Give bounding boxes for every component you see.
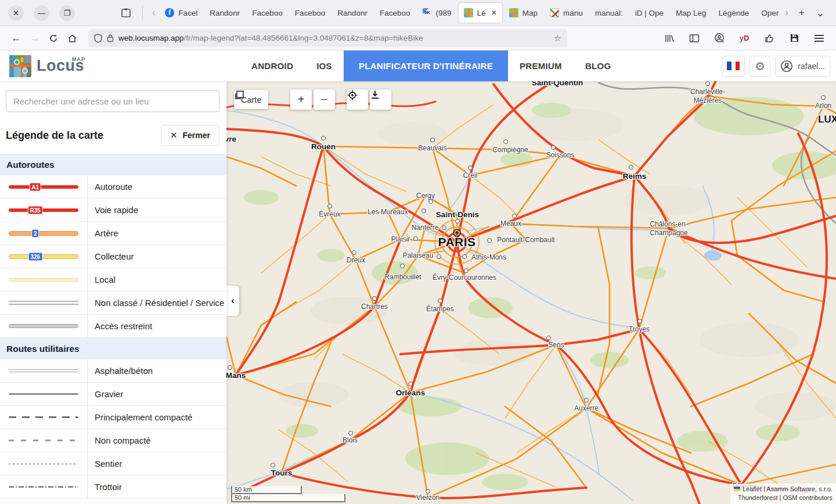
map-attribution: Leaflet | Asamm Software, s.r.o. Thunder… xyxy=(730,484,836,504)
tab-dropdown-icon[interactable]: ⌄ xyxy=(810,7,830,19)
legend-row-label: Artère xyxy=(87,222,226,244)
legend-row: 326Collecteur xyxy=(0,245,226,268)
legend-road-sample xyxy=(0,291,87,314)
browser-tab-4[interactable]: Randonr xyxy=(332,3,373,23)
legend-road-sample: 2 xyxy=(0,222,87,244)
map-layers-button[interactable]: Carte xyxy=(234,90,268,109)
sidebar-toggle-icon[interactable] xyxy=(688,32,701,45)
window-close-button[interactable]: ✕ xyxy=(8,5,24,21)
city-label: vre xyxy=(226,135,236,143)
city-dot xyxy=(512,214,517,218)
url-text: web.locusmap.app/fr/map-legend?lat=48.48… xyxy=(118,34,549,42)
map-viewport[interactable]: Saint-QuentinCharleville-MézièresArlonLU… xyxy=(226,81,836,504)
city-label: Dreux xyxy=(347,256,365,264)
browser-tab-0[interactable]: fFacel xyxy=(160,3,203,23)
new-tab-button[interactable]: + xyxy=(793,7,810,19)
thumbs-extension-icon[interactable] xyxy=(763,32,776,45)
city-dot xyxy=(372,296,377,301)
tabs-overflow-icon[interactable]: › xyxy=(780,8,792,18)
city-dot xyxy=(271,463,275,467)
home-icon[interactable] xyxy=(63,30,81,47)
attribution-line2[interactable]: Thunderforest | OSM contributors xyxy=(738,494,833,501)
reload-icon[interactable] xyxy=(44,30,63,47)
tab-close-icon[interactable]: ✕ xyxy=(491,9,497,17)
nav-item-ios[interactable]: IOS xyxy=(305,51,344,81)
legend-row-label: Trottoir xyxy=(87,476,226,498)
city-label: Compiègne xyxy=(492,146,528,154)
gravel-road-line xyxy=(9,393,78,395)
browser-tab-14[interactable]: Oper xyxy=(756,3,780,23)
browser-tab-7[interactable]: Lé✕ xyxy=(459,3,502,23)
library-icon[interactable] xyxy=(663,32,676,45)
legend-road-sample: 326 xyxy=(0,245,87,268)
city-dot xyxy=(584,398,589,402)
ninek-favicon-icon: 9K xyxy=(423,8,432,17)
city-label: Beauvais xyxy=(418,144,446,152)
tabs-scroll-left-icon[interactable]: ‹ xyxy=(147,8,160,18)
city-labels-layer: Saint-QuentinCharleville-MézièresArlonLU… xyxy=(226,81,836,504)
toolbar-extensions: yD xyxy=(663,32,829,45)
zoom-in-button[interactable]: + xyxy=(290,89,312,110)
language-button[interactable] xyxy=(722,56,745,77)
tab-title: Oper xyxy=(761,9,779,17)
legend-road-sample xyxy=(0,315,87,337)
save-page-icon[interactable] xyxy=(788,32,801,45)
locate-button[interactable] xyxy=(347,89,368,110)
url-bar[interactable]: web.locusmap.app/fr/map-legend?lat=48.48… xyxy=(88,29,567,47)
legend-road-sample: R35 xyxy=(0,199,87,221)
tab-title: manual: xyxy=(595,9,623,17)
browser-tab-5[interactable]: Faceboo xyxy=(374,3,416,23)
shield-icon xyxy=(94,34,102,43)
locus-logo[interactable]: LocusMAP xyxy=(0,51,93,81)
account-button[interactable]: rafael... xyxy=(775,56,830,77)
zoom-out-button[interactable]: − xyxy=(314,89,335,110)
browser-tab-1[interactable]: Randonr xyxy=(204,3,245,23)
window-minimize-button[interactable]: — xyxy=(34,5,49,21)
tab-overview-icon[interactable] xyxy=(119,6,133,20)
city-dot xyxy=(352,250,356,255)
legend-row-label: Asphalte/béton xyxy=(87,359,226,382)
menu-hamburger-icon[interactable] xyxy=(813,32,826,45)
city-dot xyxy=(348,431,353,435)
nav-item-android[interactable]: ANDROID xyxy=(240,51,305,81)
browser-tab-10[interactable]: manual: xyxy=(590,3,628,23)
settings-button[interactable]: ⚙ xyxy=(749,56,770,77)
legend-row: Gravier xyxy=(0,383,226,406)
account-sync-icon[interactable] xyxy=(713,32,726,45)
sidebar-collapse-handle[interactable]: ‹ xyxy=(226,286,239,316)
bookmark-star-icon[interactable]: ☆ xyxy=(554,33,561,44)
window-maximize-button[interactable]: ❐ xyxy=(59,5,75,21)
browser-tab-13[interactable]: Légende xyxy=(714,3,755,23)
browser-tab-2[interactable]: Faceboo xyxy=(247,3,288,23)
tab-title: Légende xyxy=(719,9,749,17)
tab-title: Facel xyxy=(178,9,197,17)
nav-item-blog[interactable]: BLOG xyxy=(574,51,623,81)
nav-item-planificateur-d-itin-raire[interactable]: PLANIFICATEUR D'ITINÉRAIRE xyxy=(344,51,508,81)
legend-title: Légende de la carte xyxy=(6,129,103,142)
city-label: Auxerre xyxy=(574,404,599,412)
tab-title: Faceboo xyxy=(380,9,410,17)
yd-extension-icon[interactable]: yD xyxy=(738,32,751,45)
forward-icon[interactable]: → xyxy=(26,30,44,47)
city-label: Palaiseau xyxy=(403,251,434,260)
browser-tab-12[interactable]: Map Leg xyxy=(671,3,712,23)
back-icon[interactable]: ← xyxy=(7,30,26,47)
nav-item-premium[interactable]: PREMIUM xyxy=(508,51,574,81)
legend-row: Principalement compacté xyxy=(0,406,226,429)
browser-tab-9[interactable]: manu xyxy=(545,3,588,23)
city-label: Mans xyxy=(226,371,246,380)
attribution-line1[interactable]: Leaflet | Asamm Software, s.r.o. xyxy=(743,485,833,492)
map-favicon-icon xyxy=(464,8,473,17)
browser-tab-11[interactable]: iD | Ope xyxy=(630,3,669,23)
legend-close-button[interactable]: ✕ Fermer xyxy=(161,125,219,146)
tab-title: manu xyxy=(563,9,583,17)
browser-tab-6[interactable]: 9K(989 xyxy=(417,3,457,23)
city-label: PARIS xyxy=(438,235,475,249)
download-button[interactable] xyxy=(370,89,391,110)
search-input[interactable] xyxy=(6,90,219,112)
browser-tab-8[interactable]: Map xyxy=(504,3,543,23)
city-dot xyxy=(637,319,642,323)
tab-title: (989 xyxy=(436,9,452,17)
city-label: LUX xyxy=(818,114,836,125)
browser-tab-3[interactable]: Faceboo xyxy=(290,3,331,23)
